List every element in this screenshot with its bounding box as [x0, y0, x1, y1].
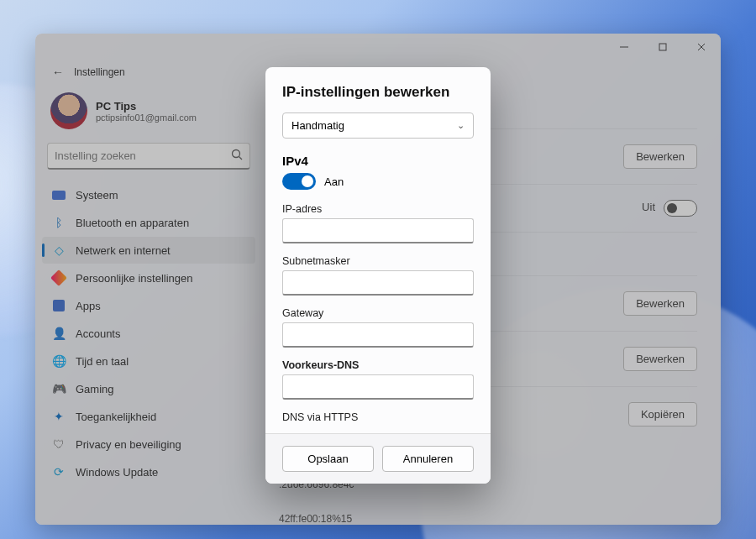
subnet-label: Subnetmasker	[282, 255, 474, 267]
save-button[interactable]: Opslaan	[282, 446, 374, 472]
cancel-button[interactable]: Annuleren	[382, 446, 474, 472]
gateway-label: Gateway	[282, 307, 474, 319]
chevron-down-icon: ⌄	[457, 120, 465, 131]
dns-input[interactable]	[282, 374, 474, 400]
ip-address-input[interactable]	[282, 218, 474, 243]
ipv4-heading: IPv4	[282, 154, 474, 168]
ip-settings-dialog: IP-instellingen bewerken Handmatig ⌄ IPv…	[265, 67, 491, 484]
dns-label: Voorkeurs-DNS	[282, 359, 474, 371]
ip-mode-select[interactable]: Handmatig ⌄	[282, 113, 474, 139]
gateway-input[interactable]	[282, 322, 474, 348]
settings-window: ← Instellingen PC Tips pctipsinfo01@gmai…	[35, 34, 721, 525]
toggle-state-label: Aan	[324, 175, 344, 188]
subnet-input[interactable]	[282, 270, 474, 296]
modal-overlay: IP-instellingen bewerken Handmatig ⌄ IPv…	[35, 34, 721, 525]
select-value: Handmatig	[291, 119, 344, 132]
dialog-title: IP-instellingen bewerken	[282, 84, 474, 101]
ip-address-label: IP-adres	[282, 203, 474, 215]
dns-https-label: DNS via HTTPS	[282, 411, 474, 423]
ipv4-toggle[interactable]	[282, 173, 316, 190]
